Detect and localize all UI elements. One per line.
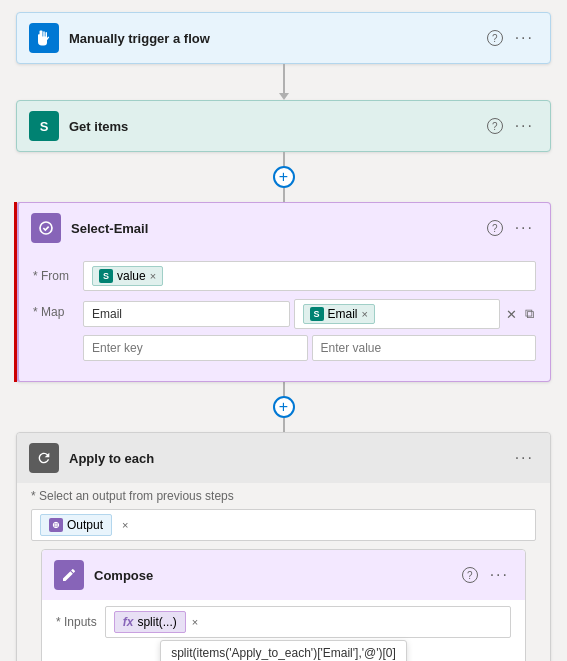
output-tag: ⊕ Output: [40, 514, 112, 536]
compose-body: * Inputs fx split(...) × split(items('Ap…: [42, 600, 525, 661]
compose-help-icon[interactable]: ?: [462, 567, 478, 583]
select-email-body: * From S value × * Map: [19, 253, 550, 381]
red-indicator-line: [14, 202, 17, 382]
select-email-more-btn[interactable]: ···: [511, 217, 538, 239]
apply-body: * Select an output from previous steps ⊕…: [17, 483, 550, 661]
output-tag-container: ⊕ Output ×: [31, 509, 536, 541]
email-tag-label: Email: [328, 307, 358, 321]
map-value-tag-input[interactable]: S Email ×: [294, 299, 501, 329]
get-items-icon: S: [29, 111, 59, 141]
enter-key-input[interactable]: [83, 335, 308, 361]
trigger-card: Manually trigger a flow ? ···: [16, 12, 551, 64]
plus-connector-2: +: [273, 382, 295, 432]
get-items-card: S Get items ? ···: [16, 100, 551, 152]
get-items-more-btn[interactable]: ···: [511, 115, 538, 137]
select-email-wrapper: Select-Email ? ··· * From S value ×: [16, 202, 551, 382]
fx-tag: fx split(...): [114, 611, 186, 633]
map-key-field[interactable]: [83, 301, 290, 327]
tooltip-wrapper: split(items('Apply_to_each')['Email'],'@…: [56, 640, 511, 661]
trigger-icon: [29, 23, 59, 53]
map-placeholder-row: [83, 335, 536, 361]
select-email-help-icon[interactable]: ?: [487, 220, 503, 236]
inputs-field[interactable]: fx split(...) ×: [105, 606, 511, 638]
apply-title: Apply to each: [69, 451, 511, 466]
map-copy-btn[interactable]: ⧉: [523, 304, 536, 324]
plus-connector-1: +: [273, 152, 295, 202]
fx-tag-label: split(...): [137, 615, 176, 629]
enter-value-input[interactable]: [312, 335, 537, 361]
from-label: * From: [33, 269, 83, 283]
compose-icon: [54, 560, 84, 590]
value-tag-close[interactable]: ×: [150, 270, 156, 282]
apply-more-btn[interactable]: ···: [511, 447, 538, 469]
output-tag-label: Output: [67, 518, 103, 532]
tooltip-box: split(items('Apply_to_each')['Email'],'@…: [160, 640, 407, 661]
compose-more-btn[interactable]: ···: [486, 564, 513, 586]
trigger-help-icon[interactable]: ?: [487, 30, 503, 46]
fx-icon: fx: [123, 615, 134, 629]
email-value-tag: S Email ×: [303, 304, 375, 324]
get-items-help-icon[interactable]: ?: [487, 118, 503, 134]
trigger-title: Manually trigger a flow: [69, 31, 487, 46]
select-email-title: Select-Email: [71, 221, 487, 236]
map-label: * Map: [33, 299, 83, 319]
arrow-1: [279, 64, 289, 100]
select-output-label: * Select an output from previous steps: [31, 489, 536, 503]
map-email-row: S Email × ✕ ⧉: [83, 299, 536, 329]
output-tag-icon: ⊕: [49, 518, 63, 532]
inputs-label: * Inputs: [56, 615, 97, 629]
value-tag-label: value: [117, 269, 146, 283]
plus-btn-1[interactable]: +: [273, 166, 295, 188]
map-delete-btn[interactable]: ✕: [504, 305, 519, 324]
compose-title: Compose: [94, 568, 462, 583]
output-tag-close[interactable]: ×: [122, 519, 128, 531]
select-email-icon: [31, 213, 61, 243]
trigger-more-btn[interactable]: ···: [511, 27, 538, 49]
svg-point-0: [40, 222, 52, 234]
map-field-row: * Map S Email × ✕: [33, 299, 536, 361]
inputs-row: * Inputs fx split(...) ×: [56, 606, 511, 638]
select-email-card: Select-Email ? ··· * From S value ×: [16, 202, 551, 382]
from-input[interactable]: S value ×: [83, 261, 536, 291]
value-tag: S value ×: [92, 266, 163, 286]
email-tag-icon: S: [310, 307, 324, 321]
from-field-row: * From S value ×: [33, 261, 536, 291]
fx-tag-close[interactable]: ×: [192, 616, 198, 628]
map-section: S Email × ✕ ⧉: [83, 299, 536, 361]
compose-wrapper: Compose ? ··· * Inputs fx split(...): [41, 549, 526, 661]
value-tag-icon: S: [99, 269, 113, 283]
email-tag-close[interactable]: ×: [362, 308, 368, 320]
get-items-title: Get items: [69, 119, 487, 134]
apply-to-each-card: Apply to each ··· * Select an output fro…: [16, 432, 551, 661]
apply-icon: [29, 443, 59, 473]
plus-btn-2[interactable]: +: [273, 396, 295, 418]
